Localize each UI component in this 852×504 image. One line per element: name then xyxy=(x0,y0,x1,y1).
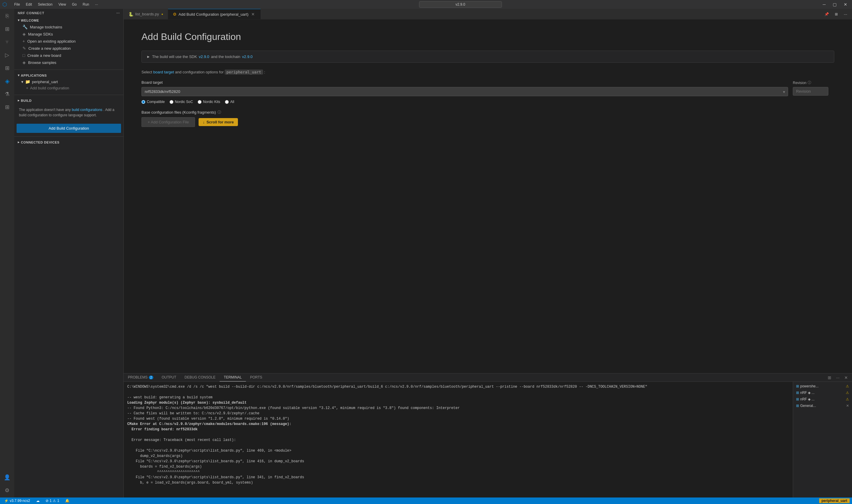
sdk-version-link[interactable]: v2.9.0 xyxy=(199,54,209,59)
status-branch[interactable]: ⚡ v3.7.99-ncs2 xyxy=(2,498,32,504)
menu-file[interactable]: File xyxy=(12,2,22,7)
welcome-section-header[interactable]: ▾ WELCOME xyxy=(14,17,123,23)
build-section-header[interactable]: ▸ BUILD xyxy=(14,97,123,104)
radio-all-input[interactable] xyxy=(225,100,229,104)
beaker-icon[interactable]: ⚗ xyxy=(1,88,13,100)
radio-nordic-kits[interactable]: Nordic Kits xyxy=(198,100,220,104)
menu-selection[interactable]: Selection xyxy=(36,2,55,7)
run-debug-icon[interactable]: ▷ xyxy=(1,49,13,61)
revision-input[interactable] xyxy=(793,87,828,95)
menu-edit[interactable]: Edit xyxy=(23,2,34,7)
menu-go[interactable]: Go xyxy=(70,2,79,7)
tab-close-button[interactable]: ✕ xyxy=(250,12,256,17)
applications-section-header[interactable]: ▾ APPLICATIONS xyxy=(14,72,123,78)
status-bell[interactable]: 🔔 xyxy=(63,498,71,504)
terminal-kill-icon[interactable]: ✕ xyxy=(846,404,849,408)
terminal-close-button[interactable]: ✕ xyxy=(842,375,850,381)
sidebar-more-icon[interactable]: ··· xyxy=(116,11,120,15)
toolchain-version-link[interactable]: v2.9.0 xyxy=(242,54,252,59)
peripheral-uart-badge[interactable]: peripheral_uart xyxy=(819,498,850,503)
terminal-icon: ⊞ xyxy=(796,397,799,401)
tab-output[interactable]: OUTPUT xyxy=(158,374,180,381)
gear-extensions-icon[interactable]: ⊞ xyxy=(1,101,13,113)
sidebar-item-browse-samples[interactable]: ◈ Browse samples xyxy=(14,59,123,66)
title-bar-left: ⬡ File Edit Selection View Go Run ··· xyxy=(2,1,100,8)
board-target-link[interactable]: board target xyxy=(153,70,174,74)
chevron-down-icon: ▾ xyxy=(18,18,20,22)
pin-icon[interactable]: 📌 xyxy=(822,11,831,17)
warning-icon: ⚠ xyxy=(846,384,849,388)
sidebar-item-create-application[interactable]: ✎ Create a new application xyxy=(14,45,123,52)
board-target-select[interactable]: nrf52833dk/nrf52820 xyxy=(142,87,788,96)
terminal-label: Generat... xyxy=(800,404,816,408)
add-config-file-button[interactable]: + Add Configuration File xyxy=(142,117,195,127)
radio-compatible-input[interactable] xyxy=(142,100,145,104)
radio-compatible[interactable]: Compatible xyxy=(142,100,165,104)
sidebar-item-manage-sdks[interactable]: ◈ Manage SDKs xyxy=(14,31,123,38)
menu-view[interactable]: View xyxy=(56,2,68,7)
terminal-list-item-nrf1[interactable]: ⊞ nRF ◈ ... ⚠ xyxy=(793,390,852,396)
radio-all[interactable]: All xyxy=(225,100,234,104)
radio-nordic-soc[interactable]: Nordic SoC xyxy=(169,100,193,104)
tab-list-boards-py[interactable]: 🐍 list_boards.py ● xyxy=(124,10,168,19)
sidebar-item-manage-toolchains[interactable]: 🔧 Manage toolchains xyxy=(14,23,123,31)
term-line: C:\WINDOWS\system32\cmd.exe /d /s /c "we… xyxy=(127,384,789,390)
status-sync[interactable]: ☁ xyxy=(34,498,41,504)
build-configurations-link[interactable]: build configurations xyxy=(72,108,102,112)
tab-problems[interactable]: PROBLEMS2 xyxy=(124,374,158,381)
split-editor-icon[interactable]: ⊞ xyxy=(832,11,840,17)
tab-debug-console[interactable]: DEBUG CONSOLE xyxy=(181,374,220,381)
explorer-icon[interactable]: ⎘ xyxy=(1,10,13,22)
terminal-icon: ⊞ xyxy=(796,384,799,388)
sidebar-item-open-application[interactable]: + Open an existing application xyxy=(14,38,123,45)
tab-bar: 🐍 list_boards.py ● ⚙ Add Build Configura… xyxy=(124,9,852,20)
radio-nordic-kits-input[interactable] xyxy=(198,100,201,104)
app-name-badge: peripheral_uart xyxy=(224,70,263,75)
app-tree-item-add-build[interactable]: + Add build configuration xyxy=(14,85,123,91)
python-file-icon: 🐍 xyxy=(128,12,133,17)
account-icon[interactable]: 👤 xyxy=(1,471,13,483)
status-errors[interactable]: ⊘ 1 ⚠ 1 xyxy=(44,498,61,504)
terminal-more-button[interactable]: ··· xyxy=(834,375,841,381)
menu-more[interactable]: ··· xyxy=(93,2,100,7)
settings-icon[interactable]: ⚙ xyxy=(1,484,13,496)
board-target-label: Board target xyxy=(142,80,788,85)
app-tree-item-peripheral-uart[interactable]: ▾ 📁 peripheral_uart xyxy=(14,78,123,85)
sidebar-applications-section: ▾ APPLICATIONS ▾ 📁 peripheral_uart + Add… xyxy=(14,72,123,91)
more-actions-icon[interactable]: ··· xyxy=(841,11,850,18)
source-control-icon[interactable]: ⑂ xyxy=(1,36,13,48)
terminal-list-item-generate[interactable]: ⊞ Generat... ✕ xyxy=(793,402,852,409)
terminal-content[interactable]: C:\WINDOWS\system32\cmd.exe /d /s /c "we… xyxy=(124,382,793,498)
nrf-connect-icon[interactable]: ◈ xyxy=(1,75,13,87)
sidebar-item-label: Manage SDKs xyxy=(28,32,53,36)
warning-count: 1 xyxy=(57,499,59,503)
scroll-tooltip: ↓ Scroll for more xyxy=(199,118,238,126)
activity-bar: ⎘ ⊞ ⑂ ▷ ⊞ ◈ ⚗ ⊞ 👤 ⚙ xyxy=(0,9,14,498)
connected-devices-section[interactable]: ▸ CONNECTED DEVICES xyxy=(14,139,123,145)
help-icon[interactable]: ⓘ xyxy=(808,80,811,85)
revision-group: Revision ⓘ xyxy=(793,80,834,95)
split-terminal-button[interactable]: ⊞ xyxy=(826,375,833,381)
board-target-group: Board target nrf52833dk/nrf52820 ▾ xyxy=(142,80,788,96)
radio-nordic-soc-input[interactable] xyxy=(169,100,174,104)
add-build-configuration-button[interactable]: Add Build Configuration xyxy=(17,124,121,133)
maximize-button[interactable]: ▢ xyxy=(830,1,839,8)
scroll-tooltip-area: + Add Configuration File ↓ Scroll for mo… xyxy=(142,117,834,127)
close-button[interactable]: ✕ xyxy=(841,1,850,8)
tab-ports[interactable]: PORTS xyxy=(246,374,266,381)
plus-icon: + xyxy=(26,86,29,90)
search-icon[interactable]: ⊞ xyxy=(1,23,13,35)
terminal-list-item-powershell[interactable]: ⊞ powershe... ⚠ xyxy=(793,383,852,390)
tab-add-build-config[interactable]: ⚙ Add Build Configuration (peripheral_ua… xyxy=(168,9,260,19)
term-line: dump_v2_boards(args) xyxy=(127,453,789,459)
minimize-button[interactable]: ─ xyxy=(820,1,828,8)
terminal-list-item-nrf2[interactable]: ⊞ nRF ◈ ... ⚠ xyxy=(793,396,852,402)
extensions-icon[interactable]: ⊞ xyxy=(1,62,13,74)
search-input[interactable] xyxy=(419,1,502,8)
sidebar-item-create-board[interactable]: □ Create a new board xyxy=(14,52,123,59)
warning-icon: ⚠ xyxy=(846,397,849,401)
term-line: ^^^^^^^^^^^^^^^^^^^^ xyxy=(127,469,789,475)
tab-terminal[interactable]: TERMINAL xyxy=(220,374,246,381)
menu-run[interactable]: Run xyxy=(80,2,91,7)
kconfig-help-icon[interactable]: ⓘ xyxy=(218,110,221,115)
